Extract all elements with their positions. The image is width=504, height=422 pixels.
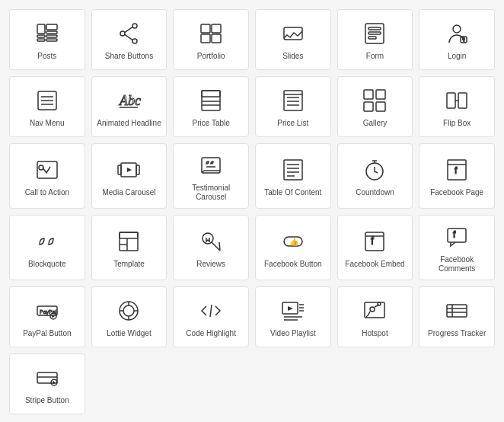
widget-card-facebook-page[interactable]: fFacebook Page <box>419 143 495 209</box>
widget-card-code-highlight[interactable]: Code Highlight <box>173 286 249 347</box>
svg-rect-41 <box>376 90 385 99</box>
svg-rect-80 <box>448 229 466 242</box>
svg-rect-44 <box>447 93 455 108</box>
call-to-action-icon <box>33 156 61 184</box>
widget-grid: PostsShare ButtonsPortfolioSlidesFormLog… <box>9 9 495 414</box>
widget-card-price-table[interactable]: Price Table <box>173 76 249 137</box>
widget-card-flip-box[interactable]: Flip Box <box>419 76 495 137</box>
widget-card-call-to-action[interactable]: Call to Action <box>9 143 85 209</box>
svg-rect-77 <box>365 232 384 251</box>
svg-rect-14 <box>201 34 210 43</box>
svg-rect-57 <box>284 160 302 180</box>
svg-marker-52 <box>127 168 132 172</box>
posts-label: Posts <box>37 52 56 61</box>
animated-headline-label: Animated Headline <box>97 119 161 128</box>
price-list-label: Price List <box>277 119 308 128</box>
paypal-button-icon: PayPal <box>33 297 61 324</box>
widget-card-blockquote[interactable]: Blockquote <box>9 215 85 280</box>
lottie-widget-icon <box>115 297 142 324</box>
widget-card-progress-tracker[interactable]: Progress Tracker <box>419 286 495 347</box>
blockquote-label: Blockquote <box>28 260 65 269</box>
stripe-button-icon <box>33 364 61 392</box>
widget-card-posts[interactable]: Posts <box>9 9 85 70</box>
widget-card-facebook-embed[interactable]: fFacebook Embed <box>337 215 413 280</box>
share-buttons-label: Share Buttons <box>105 52 153 61</box>
posts-icon <box>33 20 61 47</box>
facebook-comments-icon: f <box>443 223 471 251</box>
svg-rect-32 <box>202 91 220 97</box>
svg-rect-13 <box>212 24 221 33</box>
widget-card-reviews[interactable]: Reviews <box>173 215 249 280</box>
lottie-widget-label: Lottie Widget <box>107 329 151 338</box>
widget-card-lottie-widget[interactable]: Lottie Widget <box>91 286 167 347</box>
widget-card-price-list[interactable]: Price List <box>255 76 331 137</box>
video-playlist-label: Video Playlist <box>270 329 316 338</box>
svg-rect-103 <box>447 305 467 317</box>
reviews-icon <box>197 228 225 255</box>
portfolio-icon <box>197 20 225 47</box>
svg-rect-20 <box>368 37 376 39</box>
svg-rect-12 <box>201 24 210 33</box>
facebook-embed-icon: f <box>361 228 388 255</box>
facebook-button-label: Facebook Button <box>264 260 322 269</box>
form-icon <box>361 20 388 47</box>
widget-card-testimonial-carousel[interactable]: Testimonial Carousel <box>173 143 249 209</box>
animated-headline-icon: Abc <box>115 87 142 114</box>
widget-card-share-buttons[interactable]: Share Buttons <box>91 9 167 70</box>
widget-card-login[interactable]: Login <box>419 9 495 70</box>
widget-card-paypal-button[interactable]: PayPalPayPal Button <box>9 286 85 347</box>
widget-card-template[interactable]: Template <box>91 215 167 280</box>
svg-rect-107 <box>37 372 57 383</box>
share-buttons-icon <box>115 20 142 47</box>
code-highlight-label: Code Highlight <box>186 329 236 338</box>
svg-rect-68 <box>120 232 138 251</box>
flip-box-icon <box>443 87 471 114</box>
form-label: Form <box>366 52 384 61</box>
svg-text:f: f <box>453 229 456 240</box>
svg-rect-4 <box>46 31 57 34</box>
svg-line-10 <box>125 34 132 40</box>
template-label: Template <box>113 260 145 269</box>
svg-point-21 <box>453 25 461 33</box>
svg-rect-35 <box>284 91 302 110</box>
svg-line-74 <box>219 242 220 251</box>
facebook-page-label: Facebook Page <box>430 188 483 197</box>
widget-grid-container: PostsShare ButtonsPortfolioSlidesFormLog… <box>0 0 504 422</box>
widget-card-table-of-content[interactable]: Table Of Content <box>255 143 331 209</box>
widget-card-slides[interactable]: Slides <box>255 9 331 70</box>
widget-card-video-playlist[interactable]: Video Playlist <box>255 286 331 347</box>
widget-card-gallery[interactable]: Gallery <box>337 76 413 137</box>
slides-icon <box>279 20 307 47</box>
svg-line-91 <box>210 305 212 317</box>
svg-rect-43 <box>376 102 385 111</box>
svg-text:f: f <box>455 165 458 176</box>
widget-card-form[interactable]: Form <box>337 9 413 70</box>
widget-card-nav-menu[interactable]: Nav Menu <box>9 76 85 137</box>
svg-marker-93 <box>288 306 293 311</box>
svg-rect-5 <box>46 35 57 37</box>
template-icon <box>115 228 142 255</box>
svg-rect-6 <box>46 39 57 41</box>
gallery-label: Gallery <box>363 119 388 128</box>
widget-card-facebook-button[interactable]: 👍Facebook Button <box>255 215 331 280</box>
widget-card-stripe-button[interactable]: Stripe Button <box>9 353 85 414</box>
widget-card-hotspot[interactable]: Hotspot <box>337 286 413 347</box>
widget-card-media-carousel[interactable]: Media Carousel <box>91 143 167 209</box>
widget-card-countdown[interactable]: Countdown <box>337 143 413 209</box>
svg-text:PayPal: PayPal <box>40 309 57 315</box>
gallery-icon <box>361 87 388 114</box>
svg-rect-40 <box>364 90 373 99</box>
stripe-button-label: Stripe Button <box>25 396 69 405</box>
paypal-button-label: PayPal Button <box>23 329 71 338</box>
widget-card-facebook-comments[interactable]: fFacebook Comments <box>419 215 495 280</box>
svg-point-100 <box>370 307 375 312</box>
video-playlist-icon <box>279 297 307 324</box>
nav-menu-label: Nav Menu <box>30 119 65 128</box>
svg-point-72 <box>203 233 213 244</box>
testimonial-carousel-label: Testimonial Carousel <box>178 184 244 202</box>
svg-rect-1 <box>37 35 45 37</box>
svg-rect-51 <box>136 165 139 174</box>
widget-card-animated-headline[interactable]: AbcAnimated Headline <box>91 76 167 137</box>
widget-card-portfolio[interactable]: Portfolio <box>173 9 249 70</box>
hotspot-label: Hotspot <box>362 329 388 338</box>
